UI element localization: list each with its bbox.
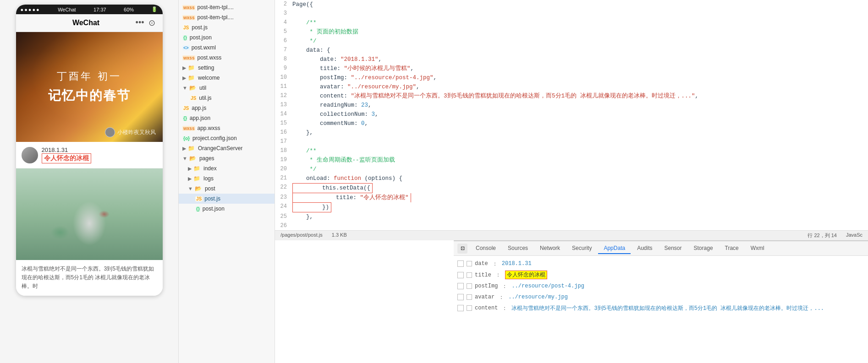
list-item[interactable]: JS post.js: [179, 22, 275, 33]
code-line: 14 collectionNum: 3,: [275, 110, 868, 119]
list-item[interactable]: {} post.json: [179, 33, 275, 43]
checkbox[interactable]: [467, 261, 472, 266]
code-line: 24 }): [275, 202, 868, 212]
list-item[interactable]: wxss post.wxss: [179, 53, 275, 63]
list-item[interactable]: {} app.json: [179, 113, 275, 123]
line-number: 14: [275, 110, 292, 119]
line-content: this.setData({: [292, 183, 868, 193]
line-content: * 生命周期函数--监听页面加载: [292, 156, 868, 165]
list-item[interactable]: ▼ 📂 util: [179, 83, 275, 93]
line-number: 6: [275, 37, 292, 45]
list-item[interactable]: <> post.wxml: [179, 43, 275, 53]
list-item[interactable]: ▶ 📁 index: [179, 163, 275, 173]
line-number: 10: [275, 73, 292, 82]
tab-sources[interactable]: Sources: [502, 243, 533, 254]
filename-label: post.json: [203, 206, 225, 212]
list-item[interactable]: ▶ 📁 setting: [179, 63, 275, 73]
post-meta: 2018.1.31 令人怀念的冰棍: [16, 142, 163, 168]
list-item[interactable]: ▼ 📂 pages: [179, 153, 275, 163]
expand-button[interactable]: [457, 283, 464, 289]
post-title[interactable]: 令人怀念的冰棍: [42, 153, 91, 163]
camera-icon[interactable]: ⊙: [148, 18, 155, 28]
line-number: 12: [275, 92, 292, 100]
filename-label: app.wxss: [197, 125, 220, 131]
list-item[interactable]: wxss post-item-tpl....: [179, 2, 275, 12]
filename-label: post.js: [204, 195, 220, 202]
data-row: content ： 冰棍与雪糕绝对不是同一个东西。3到5毛钱的雪糕犹如现在的哈根…: [454, 303, 868, 314]
phone-header-icons: ••• ⊙: [136, 18, 156, 28]
code-line: 9 title: "小时候的冰棍儿与雪糕",: [275, 64, 868, 73]
data-row: postImg ： ../resource/post-4.jpg: [454, 281, 868, 292]
line-number: 13: [275, 101, 292, 109]
expand-button[interactable]: [457, 294, 464, 300]
file-ext-badge: JS: [195, 196, 203, 201]
line-number: 26: [275, 222, 292, 230]
list-item[interactable]: wxss app.wxss: [179, 123, 275, 133]
code-line: 23 title: "令人怀念的冰棍": [275, 193, 868, 202]
filename-label: post.js: [192, 24, 208, 31]
tab-storage[interactable]: Storage: [688, 243, 719, 254]
colon: ：: [495, 271, 501, 279]
folder-label: pages: [199, 155, 214, 162]
data-key: content: [475, 305, 498, 311]
code-line: 11 avatar: "../resource/my.jpg",: [275, 82, 868, 92]
code-line: 8 date: "2018.1.31",: [275, 55, 868, 64]
checkbox[interactable]: [467, 305, 472, 311]
post-meta-info: 2018.1.31 令人怀念的冰棍: [42, 146, 91, 163]
list-item[interactable]: ▶ 📁 welcome: [179, 73, 275, 83]
line-number: 8: [275, 55, 292, 64]
list-item[interactable]: JS util.js: [179, 93, 275, 103]
checkbox[interactable]: [467, 294, 472, 300]
list-item[interactable]: wxss post-item-tpl....: [179, 12, 275, 22]
line-number: 17: [275, 137, 292, 146]
code-editor[interactable]: 2 Page({ 3 4 /** 5 * 页面的初始数据 6 */ 7 data…: [275, 0, 868, 230]
tab-sensor[interactable]: Sensor: [659, 243, 687, 254]
expand-button[interactable]: [457, 260, 464, 267]
line-number: 23: [275, 193, 292, 202]
tab-security[interactable]: Security: [566, 243, 597, 254]
tab-appdata[interactable]: AppData: [598, 243, 631, 254]
folder-icon: 📁: [193, 165, 200, 172]
more-icon[interactable]: •••: [136, 18, 144, 28]
file-ext-badge: JS: [190, 96, 197, 101]
list-item[interactable]: {} post.json: [179, 204, 275, 214]
list-item[interactable]: ▼ 📂 post: [179, 184, 275, 194]
expand-button[interactable]: [457, 272, 464, 278]
code-panel: 2 Page({ 3 4 /** 5 * 页面的初始数据 6 */ 7 data…: [275, 0, 868, 363]
line-content: },: [292, 128, 868, 137]
file-ext-badge: JS: [182, 106, 190, 111]
expand-button[interactable]: [457, 305, 464, 311]
line-number: 11: [275, 82, 292, 91]
colon: ：: [502, 304, 507, 312]
devtools-icon-button[interactable]: ⊡: [457, 244, 467, 254]
tab-audits[interactable]: Audits: [632, 243, 658, 254]
expand-icon: ▼: [182, 85, 187, 91]
code-line: 17: [275, 137, 868, 146]
folder-icon: 📂: [189, 155, 196, 162]
folder-icon: 📂: [189, 85, 196, 91]
colon: ：: [492, 260, 498, 268]
post-author-avatar: [22, 147, 38, 163]
line-number: 9: [275, 64, 292, 73]
checkbox[interactable]: [467, 272, 472, 278]
code-line: 15 commentNum: 0,: [275, 119, 868, 128]
file-ext-badge: {o}: [182, 136, 191, 141]
tab-wxml[interactable]: Wxml: [745, 243, 770, 254]
filename-label: post.wxml: [192, 44, 216, 51]
hero-avatar: [105, 127, 115, 137]
list-item[interactable]: ▶ 📁 OrangeCanServer: [179, 143, 275, 153]
data-key: date: [475, 260, 488, 267]
post-year: 丁酉年 初一: [48, 70, 131, 83]
folder-label: logs: [203, 175, 214, 182]
list-item[interactable]: JS app.js: [179, 103, 275, 113]
list-item[interactable]: {o} project.config.json: [179, 133, 275, 143]
line-content: */: [292, 37, 868, 46]
list-item[interactable]: ▶ 📁 logs: [179, 173, 275, 184]
tab-network[interactable]: Network: [534, 243, 566, 254]
tab-console[interactable]: Console: [470, 243, 501, 254]
list-item[interactable]: JS post.js: [179, 194, 275, 204]
checkbox[interactable]: [467, 283, 472, 289]
tab-trace[interactable]: Trace: [720, 243, 744, 254]
line-content: Page({: [292, 0, 868, 9]
post-body-text: 冰棍与雪糕绝对不是同一个东西。3到5毛钱的雪糕犹如现在的哈根达斯，而5分1毛的 …: [16, 260, 163, 296]
